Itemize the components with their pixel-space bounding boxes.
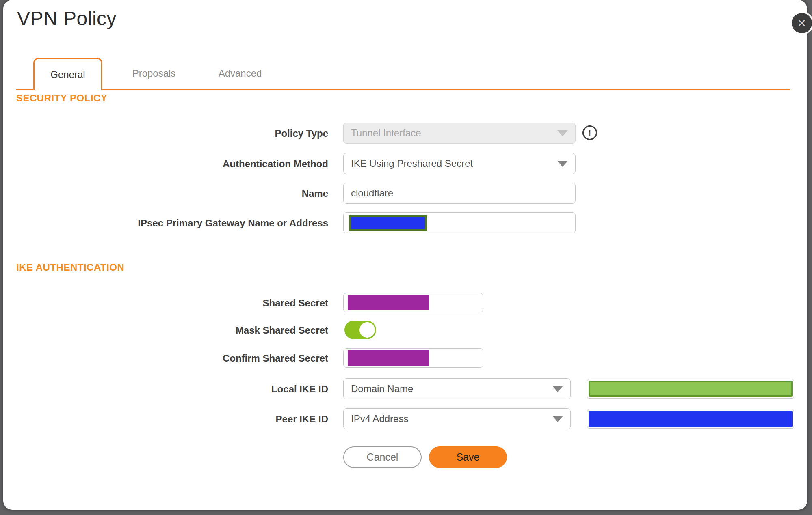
local-ike-id-value-input[interactable] <box>587 379 794 399</box>
name-label: Name <box>3 188 328 199</box>
close-icon: ✕ <box>797 18 806 28</box>
local-ike-id-type-value: Domain Name <box>351 383 413 394</box>
gateway-label: IPsec Primary Gateway Name or Address <box>3 218 328 229</box>
chevron-down-icon <box>557 130 568 136</box>
chevron-down-icon <box>557 161 568 167</box>
peer-ike-id-value-input[interactable] <box>587 409 794 429</box>
tab-advanced[interactable]: Advanced <box>206 58 275 89</box>
toggle-knob <box>359 322 375 338</box>
auth-method-select[interactable]: IKE Using Preshared Secret <box>343 153 576 174</box>
page-title: VPN Policy <box>17 7 117 30</box>
peer-ike-id-type-value: IPv4 Address <box>351 413 408 424</box>
ike-authentication-heading: IKE AUTHENTICATION <box>16 262 124 273</box>
chevron-down-icon <box>552 416 563 422</box>
save-button[interactable]: Save <box>429 446 507 468</box>
name-value: cloudflare <box>351 187 393 199</box>
peer-ike-id-label: Peer IKE ID <box>3 414 328 425</box>
name-input[interactable]: cloudflare <box>343 183 576 204</box>
local-ike-id-label: Local IKE ID <box>3 384 328 395</box>
auth-method-value: IKE Using Preshared Secret <box>351 158 473 169</box>
auth-method-label: Authentication Method <box>3 158 328 170</box>
tab-proposals[interactable]: Proposals <box>119 58 188 89</box>
local-ike-id-type-select[interactable]: Domain Name <box>343 378 571 399</box>
mask-shared-secret-label: Mask Shared Secret <box>3 325 328 336</box>
cancel-button[interactable]: Cancel <box>343 446 422 468</box>
mask-shared-secret-toggle[interactable] <box>344 321 376 339</box>
gateway-redaction-box <box>349 215 427 231</box>
close-button[interactable]: ✕ <box>792 13 812 33</box>
peer-ike-id-type-select[interactable]: IPv4 Address <box>343 408 571 429</box>
policy-type-label: Policy Type <box>3 128 328 139</box>
info-icon[interactable]: i <box>582 125 597 140</box>
confirm-shared-secret-label: Confirm Shared Secret <box>3 353 328 364</box>
chevron-down-icon <box>552 386 563 392</box>
tab-general[interactable]: General <box>33 58 102 90</box>
tabbar: General Proposals Advanced <box>33 58 275 90</box>
policy-type-select: Tunnel Interface <box>343 123 576 144</box>
security-policy-heading: SECURITY POLICY <box>16 93 107 104</box>
peer-ike-id-redaction-box <box>589 411 793 427</box>
vpn-policy-dialog: VPN Policy ✕ General Proposals Advanced … <box>3 0 807 510</box>
shared-secret-label: Shared Secret <box>3 297 328 309</box>
confirm-shared-secret-redaction-box <box>348 350 429 366</box>
local-ike-id-redaction-box <box>589 381 793 397</box>
shared-secret-redaction-box <box>348 295 429 310</box>
policy-type-value: Tunnel Interface <box>351 127 421 139</box>
